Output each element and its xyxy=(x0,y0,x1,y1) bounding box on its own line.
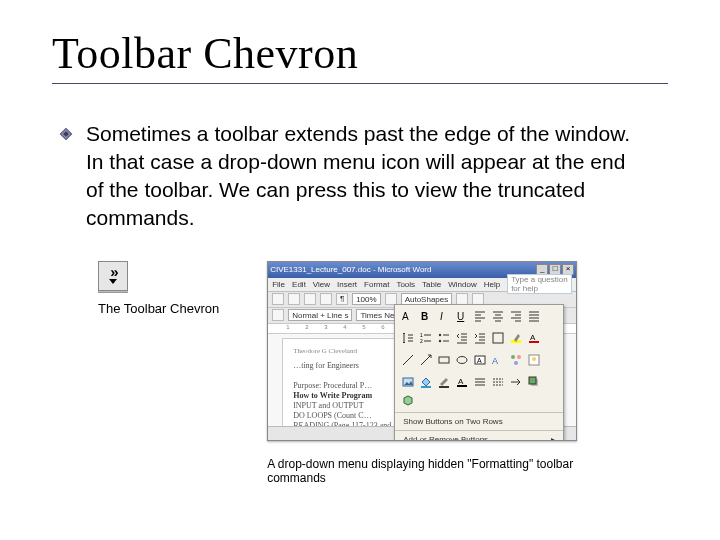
show-on-two-rows-item[interactable]: Show Buttons on Two Rows xyxy=(395,414,563,429)
figure-1-caption: The Toolbar Chevron xyxy=(98,301,219,316)
toolbar-button[interactable] xyxy=(272,293,284,305)
svg-text:A: A xyxy=(530,333,536,342)
menu-format[interactable]: Format xyxy=(364,280,389,289)
figure-2-caption: A drop-down menu displaying hidden "Form… xyxy=(267,457,577,485)
menu-table[interactable]: Table xyxy=(422,280,441,289)
decrease-indent-icon[interactable] xyxy=(455,331,469,345)
svg-point-19 xyxy=(511,355,515,359)
svg-point-23 xyxy=(532,357,536,361)
svg-rect-25 xyxy=(421,386,431,388)
font-color-2-icon[interactable]: A xyxy=(455,375,469,389)
svg-text:B: B xyxy=(421,311,428,322)
zoom-select[interactable]: 100% xyxy=(352,293,380,305)
slide-title: Toolbar Chevron xyxy=(52,28,668,79)
borders-icon[interactable] xyxy=(491,331,505,345)
menu-item-label: Show Buttons on Two Rows xyxy=(403,417,502,426)
menu-help[interactable]: Help xyxy=(484,280,500,289)
chevron-down-icon xyxy=(109,279,117,284)
menu-tools[interactable]: Tools xyxy=(396,280,415,289)
toolbar-chevron-button[interactable]: » xyxy=(98,261,128,291)
menu-file[interactable]: File xyxy=(272,280,285,289)
svg-rect-10 xyxy=(493,333,503,343)
menu-edit[interactable]: Edit xyxy=(292,280,306,289)
menu-view[interactable]: View xyxy=(313,280,330,289)
highlight-icon[interactable] xyxy=(509,331,523,345)
align-right-icon[interactable] xyxy=(509,309,523,323)
insert-clipart-icon[interactable] xyxy=(527,353,541,367)
insert-diagram-icon[interactable] xyxy=(509,353,523,367)
line-color-icon[interactable] xyxy=(437,375,451,389)
word-window: CIVE1331_Lecture_007.doc - Microsoft Wor… xyxy=(267,261,577,441)
svg-point-21 xyxy=(514,361,518,365)
font-size-icon[interactable]: A xyxy=(401,309,415,323)
figure-chevron-icon: » The Toolbar Chevron xyxy=(98,261,219,316)
numbering-icon[interactable]: 12 xyxy=(419,331,433,345)
menu-bar: File Edit View Insert Format Tools Table… xyxy=(268,278,576,292)
svg-point-8 xyxy=(439,333,441,335)
underline-icon[interactable]: U xyxy=(455,309,469,323)
toolbar-button[interactable] xyxy=(304,293,316,305)
align-center-icon[interactable] xyxy=(491,309,505,323)
submenu-arrow-icon: ▸ xyxy=(551,435,555,441)
add-remove-buttons-item[interactable]: Add or Remove Buttons ▸ xyxy=(395,432,563,441)
style-select[interactable]: Normal + Line s xyxy=(288,309,352,321)
slide-body: Sometimes a toolbar extends past the edg… xyxy=(52,120,668,485)
svg-rect-26 xyxy=(439,386,449,388)
figure-word-window: CIVE1331_Lecture_007.doc - Microsoft Wor… xyxy=(267,261,577,485)
svg-point-9 xyxy=(439,339,441,341)
svg-point-20 xyxy=(517,355,521,359)
menu-window[interactable]: Window xyxy=(448,280,476,289)
diamond-bullet-icon xyxy=(58,126,74,142)
textbox-icon[interactable]: A xyxy=(473,353,487,367)
toolbar-button[interactable]: ¶ xyxy=(336,293,348,305)
line-icon[interactable] xyxy=(401,353,415,367)
font-color-icon[interactable]: A xyxy=(527,331,541,345)
toolbar-overflow-menu: A B I U 12 xyxy=(394,304,564,441)
svg-rect-28 xyxy=(457,385,467,387)
slide: Toolbar Chevron Sometimes a toolbar exte… xyxy=(0,0,720,540)
bullet-text: Sometimes a toolbar extends past the edg… xyxy=(86,120,646,233)
figures-row: » The Toolbar Chevron CIVE1331_Lecture_0… xyxy=(58,261,668,485)
menu-insert[interactable]: Insert xyxy=(337,280,357,289)
svg-text:A: A xyxy=(402,311,409,322)
line-style-icon[interactable] xyxy=(473,375,487,389)
doc-line: Purpose: Procedural P… xyxy=(293,381,372,390)
svg-text:A: A xyxy=(477,357,482,364)
insert-picture-icon[interactable] xyxy=(401,375,415,389)
overflow-icons-row: 12 A xyxy=(395,327,563,349)
svg-text:A: A xyxy=(492,356,498,366)
toolbar-button[interactable] xyxy=(272,309,284,321)
menu-item-label: Add or Remove Buttons xyxy=(403,435,488,441)
toolbar-button[interactable] xyxy=(320,293,332,305)
menu-separator xyxy=(395,412,563,413)
justify-icon[interactable] xyxy=(527,309,541,323)
arrow-icon[interactable] xyxy=(419,353,433,367)
menu-separator xyxy=(395,430,563,431)
title-block: Toolbar Chevron xyxy=(52,28,668,84)
arrow-style-icon[interactable] xyxy=(509,375,523,389)
svg-rect-30 xyxy=(529,377,536,384)
toolbar-button[interactable] xyxy=(288,293,300,305)
fill-color-icon[interactable] xyxy=(419,375,433,389)
svg-text:I: I xyxy=(440,311,443,322)
shadow-icon[interactable] xyxy=(527,375,541,389)
svg-text:A: A xyxy=(458,377,464,386)
dash-style-icon[interactable] xyxy=(491,375,505,389)
align-left-icon[interactable] xyxy=(473,309,487,323)
italic-icon[interactable]: I xyxy=(437,309,451,323)
bold-icon[interactable]: B xyxy=(419,309,433,323)
bullet-item: Sometimes a toolbar extends past the edg… xyxy=(58,120,668,233)
help-search-input[interactable]: Type a question for help xyxy=(507,274,572,294)
svg-rect-13 xyxy=(529,341,539,343)
oval-icon[interactable] xyxy=(455,353,469,367)
bullets-icon[interactable] xyxy=(437,331,451,345)
insert-wordart-icon[interactable]: A xyxy=(491,353,505,367)
chevron-right-icon: » xyxy=(110,267,115,277)
window-title: CIVE1331_Lecture_007.doc - Microsoft Wor… xyxy=(270,265,536,274)
increase-indent-icon[interactable] xyxy=(473,331,487,345)
svg-rect-14 xyxy=(439,357,449,363)
line-spacing-icon[interactable] xyxy=(401,331,415,345)
3d-icon[interactable] xyxy=(401,393,415,407)
overflow-icons-row: A xyxy=(395,371,563,411)
rectangle-icon[interactable] xyxy=(437,353,451,367)
